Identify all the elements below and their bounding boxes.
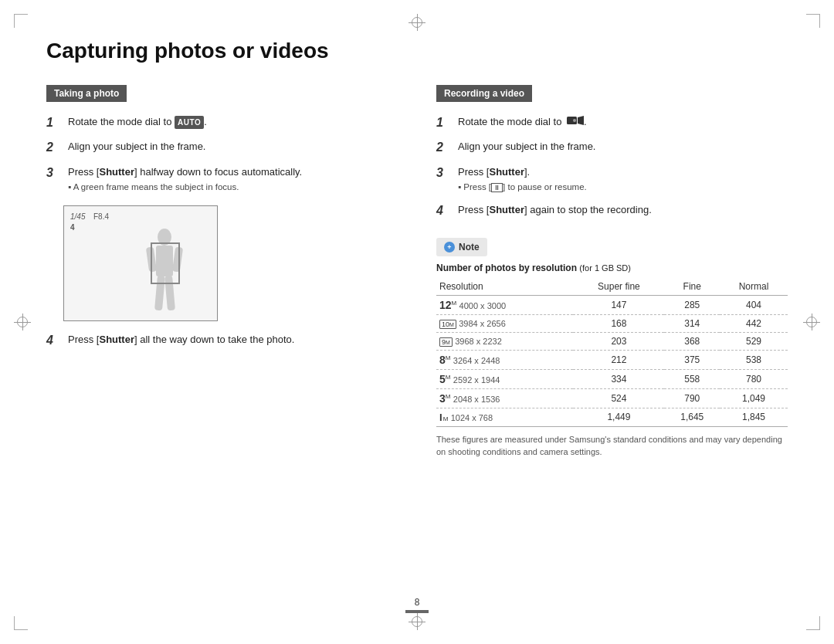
fine-cell: 790 <box>664 388 720 408</box>
step-number: 3 <box>436 164 453 181</box>
step-number: 2 <box>436 139 453 156</box>
person-silhouette <box>144 228 186 320</box>
left-step-3: 3 Press [Shutter] halfway down to focus … <box>46 164 398 195</box>
left-steps: 1 Rotate the mode dial to AUTO. 2 Align … <box>46 114 398 195</box>
fine-cell: 368 <box>664 332 720 350</box>
table-row: 9M 3968 x 2232203368529 <box>436 332 788 350</box>
table-row: IM 1024 x 7681,4491,6451,845 <box>436 408 788 426</box>
page-number-container: 8 <box>405 597 429 613</box>
sf-cell: 147 <box>573 295 664 314</box>
right-section-header: Recording a video <box>436 85 532 102</box>
step-number: 1 <box>46 114 63 131</box>
table-row: 12M 4000 x 3000147285404 <box>436 295 788 314</box>
res-value: 2592 x 1944 <box>453 375 500 385</box>
sf-cell: 212 <box>573 350 664 369</box>
step-number: 3 <box>46 164 63 181</box>
svg-rect-5 <box>164 275 175 310</box>
res-cell: 5M 2592 x 1944 <box>436 369 573 388</box>
note-section: + Note Number of photos by resolution (f… <box>436 232 788 459</box>
fine-cell: 314 <box>664 314 720 332</box>
step-text: Press [Shutter]. ▪ Press [⏸] to pause or… <box>458 164 587 195</box>
fine-cell: 375 <box>664 350 720 369</box>
sf-cell: 334 <box>573 369 664 388</box>
res-cell: 9M 3968 x 2232 <box>436 332 573 350</box>
corner-mark-br <box>806 616 820 630</box>
svg-rect-1 <box>156 246 173 276</box>
table-footnote: These figures are measured under Samsung… <box>436 433 788 459</box>
res-icon: 5M <box>439 375 450 385</box>
res-icon: IM <box>439 412 448 423</box>
step-text: Press [Shutter] again to stop the record… <box>458 202 652 218</box>
step-number: 1 <box>436 114 453 131</box>
fine-cell: 558 <box>664 369 720 388</box>
col-header-normal: Normal <box>720 278 788 296</box>
step-text: Align your subject in the frame. <box>458 139 595 154</box>
note-icon: + <box>444 242 455 253</box>
normal-cell: 780 <box>720 369 788 388</box>
viewfinder-fstop: F8.4 <box>93 212 109 221</box>
right-steps: 1 Rotate the mode dial to . <box>436 114 788 219</box>
step-number: 4 <box>46 332 63 349</box>
left-step-4: 4 Press [Shutter] all the way down to ta… <box>46 332 398 349</box>
auto-badge: AUTO <box>175 116 204 129</box>
sf-cell: 203 <box>573 332 664 350</box>
col-header-resolution: Resolution <box>436 278 573 296</box>
res-value: 4000 x 3000 <box>459 301 507 310</box>
viewfinder: 1/45 F8.4 4 <box>63 205 218 321</box>
res-value: 3264 x 2448 <box>453 356 500 365</box>
right-step-2: 2 Align your subject in the frame. <box>436 139 788 156</box>
svg-rect-4 <box>154 275 165 310</box>
table-row: 5M 2592 x 1944334558780 <box>436 369 788 388</box>
corner-mark-tr <box>806 14 820 28</box>
step-text: Press [Shutter] all the way down to take… <box>68 332 294 347</box>
note-label: Note <box>459 242 480 253</box>
step-text: Align your subject in the frame. <box>68 139 205 154</box>
viewfinder-counter: 4 <box>70 223 75 232</box>
pause-icon: ⏸ <box>491 183 503 192</box>
page-number: 8 <box>415 597 420 608</box>
left-step-4-wrap: 4 Press [Shutter] all the way down to ta… <box>46 332 398 349</box>
svg-rect-3 <box>172 246 183 272</box>
normal-cell: 538 <box>720 350 788 369</box>
res-cell: 12M 4000 x 3000 <box>436 295 573 314</box>
crosshair-bottom <box>409 613 425 630</box>
left-step-1: 1 Rotate the mode dial to AUTO. <box>46 114 398 131</box>
sf-cell: 524 <box>573 388 664 408</box>
step-sub: ▪ Press [⏸] to pause or resume. <box>458 181 587 194</box>
res-icon: 3M <box>439 394 450 405</box>
res-icon: 12M <box>439 300 456 311</box>
step-text: Rotate the mode dial to . <box>458 114 587 130</box>
corner-mark-bl <box>14 616 28 630</box>
step-number: 4 <box>436 202 453 219</box>
res-cell: 3M 2048 x 1536 <box>436 388 573 408</box>
left-step-2: 2 Align your subject in the frame. <box>46 139 398 156</box>
col-header-superfine: Super fine <box>573 278 664 296</box>
res-value: 1024 x 768 <box>451 413 493 422</box>
sf-cell: 168 <box>573 314 664 332</box>
step-text: Press [Shutter] halfway down to focus au… <box>68 164 302 195</box>
page: Capturing photos or videos Taking a phot… <box>0 0 834 644</box>
table-title: Number of photos by resolution (for 1 GB… <box>436 263 788 273</box>
normal-cell: 1,049 <box>720 388 788 408</box>
normal-cell: 442 <box>720 314 788 332</box>
res-cell: IM 1024 x 768 <box>436 408 573 426</box>
page-title: Capturing photos or videos <box>46 39 788 63</box>
res-icon: 9M <box>439 337 453 347</box>
step-sub: ▪ A green frame means the subject in foc… <box>68 181 302 194</box>
step-number: 2 <box>46 139 63 156</box>
video-camera-icon <box>567 115 584 130</box>
crosshair-right <box>803 314 820 330</box>
fine-cell: 285 <box>664 295 720 314</box>
right-step-3: 3 Press [Shutter]. ▪ Press [⏸] to pause … <box>436 164 788 195</box>
col-header-fine: Fine <box>664 278 720 296</box>
resolution-table: Resolution Super fine Fine Normal 12M 40… <box>436 278 788 427</box>
normal-cell: 1,845 <box>720 408 788 426</box>
left-column: Taking a photo 1 Rotate the mode dial to… <box>46 85 398 459</box>
page-bar <box>405 610 429 613</box>
res-icon: 8M <box>439 355 450 366</box>
step-text: Rotate the mode dial to AUTO. <box>68 114 207 130</box>
crosshair-left <box>14 314 31 330</box>
fine-cell: 1,645 <box>664 408 720 426</box>
note-box: + Note <box>436 238 487 256</box>
res-icon: 10M <box>439 320 456 329</box>
